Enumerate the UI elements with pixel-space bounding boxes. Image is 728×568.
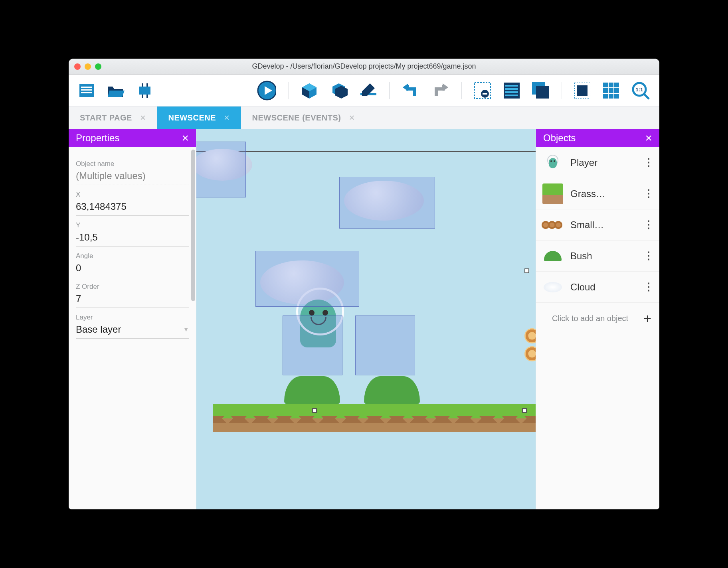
toolbar-separator (461, 82, 462, 99)
more-icon[interactable]: ⋮ (643, 219, 653, 231)
undo-button[interactable] (402, 81, 419, 100)
toolbar-separator (288, 82, 289, 99)
open-project-button[interactable] (107, 81, 125, 100)
y-field[interactable]: -10,5 (76, 229, 189, 247)
close-window-button[interactable] (74, 63, 81, 70)
grass-icon (542, 183, 563, 204)
object-list: Player ⋮ Grass… ⋮ Small… ⋮ Bush ⋮ (536, 147, 659, 509)
object-row-small[interactable]: Small… ⋮ (536, 209, 659, 241)
svg-rect-19 (505, 95, 518, 96)
layer-value: Base layer (76, 324, 121, 335)
zoom-window-button[interactable] (95, 63, 101, 70)
more-icon[interactable]: ⋮ (643, 187, 653, 200)
x-label: X (76, 191, 189, 199)
objects-panel-button[interactable] (532, 81, 550, 100)
properties-header[interactable]: Properties × (69, 129, 196, 147)
close-icon[interactable]: × (140, 112, 146, 123)
app-window: GDevelop - /Users/florian/GDevelop proje… (69, 59, 659, 509)
player-icon (542, 152, 563, 173)
objects-header[interactable]: Objects × (536, 129, 659, 147)
x-field[interactable]: 63,1484375 (76, 199, 189, 216)
svg-rect-3 (81, 92, 92, 93)
svg-rect-29 (549, 158, 557, 168)
edit-layer-button[interactable] (360, 81, 377, 100)
add-object-button[interactable] (301, 81, 318, 100)
coin-instance[interactable] (524, 346, 536, 361)
object-row-grass[interactable]: Grass… ⋮ (536, 178, 659, 209)
bush-icon (542, 246, 563, 266)
mask-toggle-button[interactable] (574, 81, 591, 100)
add-instance-button[interactable] (330, 81, 348, 100)
instances-list-button[interactable] (503, 81, 520, 100)
more-icon[interactable]: ⋮ (643, 156, 653, 169)
bush-instance[interactable] (284, 376, 340, 404)
selection-box[interactable] (355, 316, 415, 375)
object-label: Grass… (570, 188, 636, 199)
tab-newscene-events[interactable]: NEWSCENE (EVENTS) × (241, 106, 366, 129)
svg-rect-17 (505, 88, 518, 90)
y-label: Y (76, 221, 189, 229)
window-controls (74, 63, 101, 70)
add-object-row[interactable]: Click to add an object + (536, 303, 659, 334)
selection-handle[interactable] (522, 408, 527, 413)
close-icon[interactable]: × (645, 131, 652, 145)
svg-rect-4 (139, 87, 150, 95)
more-icon[interactable]: ⋮ (643, 281, 653, 293)
svg-rect-16 (505, 85, 518, 87)
selection-box[interactable] (196, 142, 246, 197)
plus-icon: + (643, 311, 651, 326)
selection-box[interactable] (255, 251, 359, 307)
svg-point-31 (554, 160, 555, 162)
scrollbar-thumb[interactable] (191, 150, 195, 301)
tab-start-page[interactable]: START PAGE × (69, 106, 157, 129)
extensions-button[interactable] (136, 81, 153, 100)
ground-instance[interactable] (213, 404, 536, 432)
svg-rect-8 (146, 95, 148, 98)
layers-button[interactable] (474, 81, 491, 100)
main-toolbar: 1:1 (69, 75, 659, 106)
object-row-bush[interactable]: Bush ⋮ (536, 241, 659, 272)
svg-rect-1 (81, 87, 92, 88)
grid-toggle-button[interactable] (603, 81, 619, 100)
svg-line-26 (644, 94, 649, 99)
tab-bar: START PAGE × NEWSCENE × NEWSCENE (EVENTS… (69, 106, 659, 129)
minimize-window-button[interactable] (85, 63, 91, 70)
bush-instance[interactable] (364, 376, 420, 404)
zoom-reset-button[interactable]: 1:1 (631, 81, 650, 100)
chevron-down-icon: ▼ (183, 326, 189, 333)
layer-select[interactable]: Base layer ▼ (76, 321, 189, 339)
object-label: Small… (570, 219, 636, 231)
angle-field[interactable]: 0 (76, 260, 189, 277)
close-icon[interactable]: × (182, 131, 189, 145)
project-manager-button[interactable] (78, 81, 95, 100)
toolbar-separator (562, 82, 562, 99)
close-icon[interactable]: × (349, 112, 355, 123)
coin-instance[interactable] (524, 328, 536, 343)
svg-rect-6 (146, 83, 148, 87)
add-object-label: Click to add an object (544, 314, 636, 323)
selection-box[interactable] (283, 316, 342, 375)
svg-rect-21 (536, 86, 549, 99)
selection-handle[interactable] (312, 408, 317, 413)
play-button[interactable] (257, 81, 276, 100)
close-icon[interactable]: × (224, 112, 230, 123)
svg-rect-24 (603, 83, 619, 99)
object-name-label: Object name (76, 160, 189, 168)
tab-newscene[interactable]: NEWSCENE × (157, 106, 241, 129)
more-icon[interactable]: ⋮ (643, 250, 653, 262)
properties-body: Object name (Multiple values) X 63,14843… (69, 147, 196, 509)
panel-title: Objects (543, 132, 576, 144)
object-row-cloud[interactable]: Cloud ⋮ (536, 272, 659, 303)
redo-button[interactable] (431, 81, 449, 100)
svg-rect-5 (142, 83, 143, 87)
object-name-field[interactable]: (Multiple values) (76, 168, 189, 185)
object-row-player[interactable]: Player ⋮ (536, 147, 659, 178)
scene-canvas[interactable] (196, 129, 536, 509)
selection-box[interactable] (339, 177, 435, 229)
svg-point-30 (550, 160, 552, 162)
toolbar-separator (389, 82, 390, 99)
selection-handle[interactable] (524, 268, 529, 273)
zorder-field[interactable]: 7 (76, 291, 189, 308)
objects-panel: Objects × Player ⋮ Grass… ⋮ (536, 129, 659, 509)
svg-rect-2 (81, 89, 92, 91)
